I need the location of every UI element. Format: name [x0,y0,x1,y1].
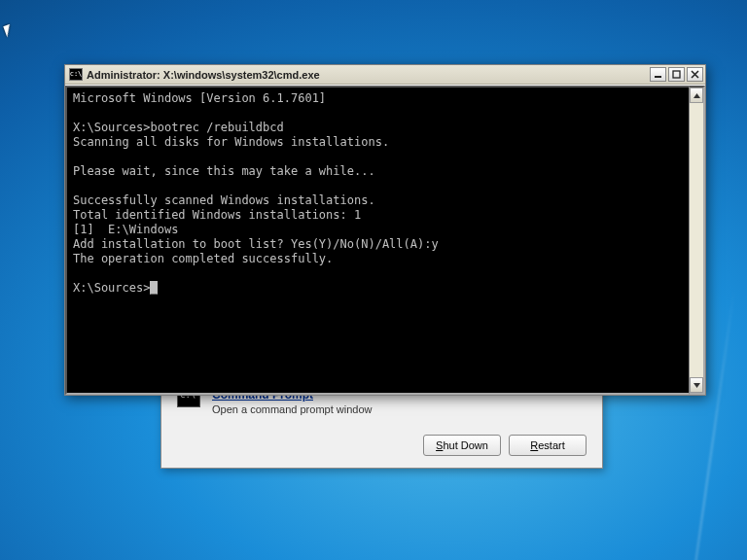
cmd-scrollbar[interactable] [689,86,705,395]
minimize-button[interactable] [650,67,666,82]
cmd-prompt: X:\Sources> [73,281,158,295]
restart-button[interactable]: Restart [509,435,587,456]
cmd-title-text: Administrator: X:\windows\system32\cmd.e… [87,69,646,81]
cmd-window[interactable]: c:\ Administrator: X:\windows\system32\c… [64,64,706,396]
cmd-body: Microsoft Windows [Version 6.1.7601] X:\… [65,85,705,395]
cmd-console[interactable]: Microsoft Windows [Version 6.1.7601] X:\… [65,86,689,395]
shutdown-button[interactable]: Shut Down [423,435,501,456]
scroll-up-button[interactable] [690,88,703,103]
scroll-track[interactable] [690,103,703,377]
recovery-button-row: Shut Down Restart [177,435,587,456]
svg-rect-1 [673,71,680,78]
cmd-titlebar-icon: c:\ [69,68,83,81]
recovery-tool-desc: Open a command prompt window [212,403,587,415]
cmd-titlebar[interactable]: c:\ Administrator: X:\windows\system32\c… [65,65,705,85]
svg-rect-0 [655,76,661,78]
close-button[interactable] [687,67,703,82]
cmd-output: Microsoft Windows [Version 6.1.7601] X:\… [73,91,439,265]
scroll-down-button[interactable] [690,377,703,393]
mouse-cursor [3,22,17,37]
maximize-button[interactable] [668,67,685,82]
